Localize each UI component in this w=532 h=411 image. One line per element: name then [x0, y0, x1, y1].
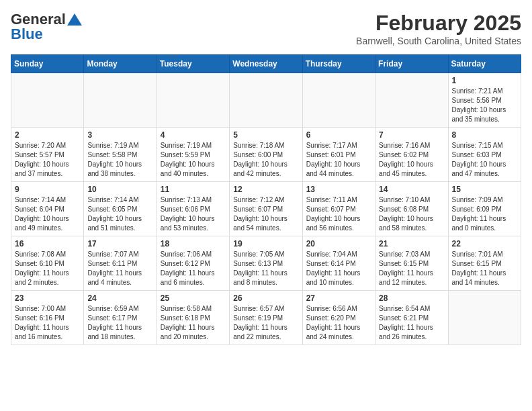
day-info: Sunrise: 7:10 AM Sunset: 6:08 PM Dayligh…: [379, 195, 444, 233]
day-number: 5: [233, 130, 298, 140]
day-info: Sunrise: 6:54 AM Sunset: 6:21 PM Dayligh…: [379, 304, 444, 342]
calendar-cell: 8Sunrise: 7:15 AM Sunset: 6:03 PM Daylig…: [448, 128, 521, 182]
calendar-week-row: 23Sunrise: 7:00 AM Sunset: 6:16 PM Dayli…: [11, 291, 521, 345]
calendar-cell: 21Sunrise: 7:03 AM Sunset: 6:15 PM Dayli…: [375, 236, 448, 291]
day-number: 25: [161, 293, 226, 303]
day-info: Sunrise: 7:03 AM Sunset: 6:15 PM Dayligh…: [379, 250, 444, 287]
calendar-cell: 2Sunrise: 7:20 AM Sunset: 5:57 PM Daylig…: [11, 128, 84, 182]
svg-marker-0: [67, 13, 82, 26]
title-block: February 2025 Barnwell, South Carolina, …: [356, 11, 521, 46]
calendar-cell: [448, 291, 521, 345]
calendar-cell: 13Sunrise: 7:11 AM Sunset: 6:07 PM Dayli…: [302, 182, 375, 236]
day-info: Sunrise: 7:05 AM Sunset: 6:13 PM Dayligh…: [233, 250, 298, 287]
day-number: 6: [306, 130, 371, 140]
day-info: Sunrise: 7:13 AM Sunset: 6:06 PM Dayligh…: [161, 195, 226, 233]
day-info: Sunrise: 7:06 AM Sunset: 6:12 PM Dayligh…: [161, 250, 226, 287]
calendar-table: SundayMondayTuesdayWednesdayThursdayFrid…: [11, 54, 521, 345]
day-info: Sunrise: 6:58 AM Sunset: 6:18 PM Dayligh…: [161, 304, 226, 342]
calendar-cell: [375, 73, 448, 128]
calendar-cell: [157, 73, 229, 128]
day-number: 4: [161, 130, 226, 140]
calendar-cell: [302, 73, 375, 128]
calendar-cell: [11, 73, 84, 128]
day-number: 21: [379, 239, 444, 248]
day-number: 16: [15, 239, 80, 248]
day-number: 18: [161, 239, 226, 248]
day-number: 26: [233, 293, 298, 303]
day-number: 12: [233, 185, 298, 194]
day-number: 8: [452, 130, 517, 140]
day-info: Sunrise: 7:16 AM Sunset: 6:02 PM Dayligh…: [379, 141, 444, 179]
day-info: Sunrise: 7:14 AM Sunset: 6:05 PM Dayligh…: [87, 195, 152, 233]
calendar-cell: 25Sunrise: 6:58 AM Sunset: 6:18 PM Dayli…: [157, 291, 229, 345]
calendar-cell: 15Sunrise: 7:09 AM Sunset: 6:09 PM Dayli…: [448, 182, 521, 236]
day-number: 19: [233, 239, 298, 248]
calendar-cell: 28Sunrise: 6:54 AM Sunset: 6:21 PM Dayli…: [375, 291, 448, 345]
location: Barnwell, South Carolina, United States: [356, 36, 521, 46]
day-number: 20: [306, 239, 371, 248]
calendar-header-row: SundayMondayTuesdayWednesdayThursdayFrid…: [11, 55, 521, 73]
day-number: 10: [87, 185, 152, 194]
calendar-day-header: Wednesday: [230, 55, 302, 73]
calendar-cell: 11Sunrise: 7:13 AM Sunset: 6:06 PM Dayli…: [157, 182, 229, 236]
calendar-cell: 6Sunrise: 7:17 AM Sunset: 6:01 PM Daylig…: [302, 128, 375, 182]
day-info: Sunrise: 7:19 AM Sunset: 5:59 PM Dayligh…: [161, 141, 226, 179]
logo: General Blue: [11, 11, 82, 43]
day-number: 3: [87, 130, 152, 140]
calendar-cell: 10Sunrise: 7:14 AM Sunset: 6:05 PM Dayli…: [84, 182, 157, 236]
day-number: 9: [15, 185, 80, 194]
day-number: 13: [306, 185, 371, 194]
logo-triangle-icon: [67, 13, 82, 26]
day-info: Sunrise: 7:14 AM Sunset: 6:04 PM Dayligh…: [15, 195, 80, 233]
calendar-cell: 14Sunrise: 7:10 AM Sunset: 6:08 PM Dayli…: [375, 182, 448, 236]
day-number: 24: [87, 293, 152, 303]
calendar-cell: 7Sunrise: 7:16 AM Sunset: 6:02 PM Daylig…: [375, 128, 448, 182]
page-header: General Blue February 2025 Barnwell, Sou…: [11, 11, 521, 46]
day-number: 14: [379, 185, 444, 194]
calendar-week-row: 9Sunrise: 7:14 AM Sunset: 6:04 PM Daylig…: [11, 182, 521, 236]
day-info: Sunrise: 7:01 AM Sunset: 6:15 PM Dayligh…: [452, 250, 517, 287]
day-number: 15: [452, 185, 517, 194]
day-info: Sunrise: 6:56 AM Sunset: 6:20 PM Dayligh…: [306, 304, 371, 342]
calendar-cell: 24Sunrise: 6:59 AM Sunset: 6:17 PM Dayli…: [84, 291, 157, 345]
calendar-cell: [230, 73, 302, 128]
day-number: 17: [87, 239, 152, 248]
calendar-day-header: Monday: [84, 55, 157, 73]
day-number: 1: [452, 76, 517, 85]
day-number: 27: [306, 293, 371, 303]
calendar-body: 1Sunrise: 7:21 AM Sunset: 5:56 PM Daylig…: [11, 73, 521, 345]
calendar-day-header: Tuesday: [157, 55, 229, 73]
calendar-cell: 27Sunrise: 6:56 AM Sunset: 6:20 PM Dayli…: [302, 291, 375, 345]
calendar-cell: 12Sunrise: 7:12 AM Sunset: 6:07 PM Dayli…: [230, 182, 302, 236]
calendar-cell: 16Sunrise: 7:08 AM Sunset: 6:10 PM Dayli…: [11, 236, 84, 291]
day-info: Sunrise: 6:57 AM Sunset: 6:19 PM Dayligh…: [233, 304, 298, 342]
calendar-day-header: Friday: [375, 55, 448, 73]
day-number: 2: [15, 130, 80, 140]
calendar-day-header: Thursday: [302, 55, 375, 73]
calendar-cell: 20Sunrise: 7:04 AM Sunset: 6:14 PM Dayli…: [302, 236, 375, 291]
day-info: Sunrise: 7:12 AM Sunset: 6:07 PM Dayligh…: [233, 195, 298, 233]
calendar-cell: 26Sunrise: 6:57 AM Sunset: 6:19 PM Dayli…: [230, 291, 302, 345]
calendar-day-header: Sunday: [11, 55, 84, 73]
day-info: Sunrise: 7:20 AM Sunset: 5:57 PM Dayligh…: [15, 141, 80, 179]
day-number: 28: [379, 293, 444, 303]
day-info: Sunrise: 7:21 AM Sunset: 5:56 PM Dayligh…: [452, 87, 517, 124]
day-info: Sunrise: 7:09 AM Sunset: 6:09 PM Dayligh…: [452, 195, 517, 233]
day-info: Sunrise: 7:07 AM Sunset: 6:11 PM Dayligh…: [87, 250, 152, 287]
day-info: Sunrise: 7:00 AM Sunset: 6:16 PM Dayligh…: [15, 304, 80, 342]
calendar-cell: 1Sunrise: 7:21 AM Sunset: 5:56 PM Daylig…: [448, 73, 521, 128]
calendar-day-header: Saturday: [448, 55, 521, 73]
day-number: 22: [452, 239, 517, 248]
day-number: 23: [15, 293, 80, 303]
calendar-cell: 19Sunrise: 7:05 AM Sunset: 6:13 PM Dayli…: [230, 236, 302, 291]
calendar-cell: 4Sunrise: 7:19 AM Sunset: 5:59 PM Daylig…: [157, 128, 229, 182]
calendar-cell: 9Sunrise: 7:14 AM Sunset: 6:04 PM Daylig…: [11, 182, 84, 236]
logo-blue: Blue: [11, 26, 43, 43]
day-info: Sunrise: 7:08 AM Sunset: 6:10 PM Dayligh…: [15, 250, 80, 287]
calendar-cell: 17Sunrise: 7:07 AM Sunset: 6:11 PM Dayli…: [84, 236, 157, 291]
day-info: Sunrise: 7:04 AM Sunset: 6:14 PM Dayligh…: [306, 250, 371, 287]
calendar-cell: 23Sunrise: 7:00 AM Sunset: 6:16 PM Dayli…: [11, 291, 84, 345]
calendar-cell: 3Sunrise: 7:19 AM Sunset: 5:58 PM Daylig…: [84, 128, 157, 182]
month-title: February 2025: [356, 11, 521, 36]
day-info: Sunrise: 7:18 AM Sunset: 6:00 PM Dayligh…: [233, 141, 298, 179]
